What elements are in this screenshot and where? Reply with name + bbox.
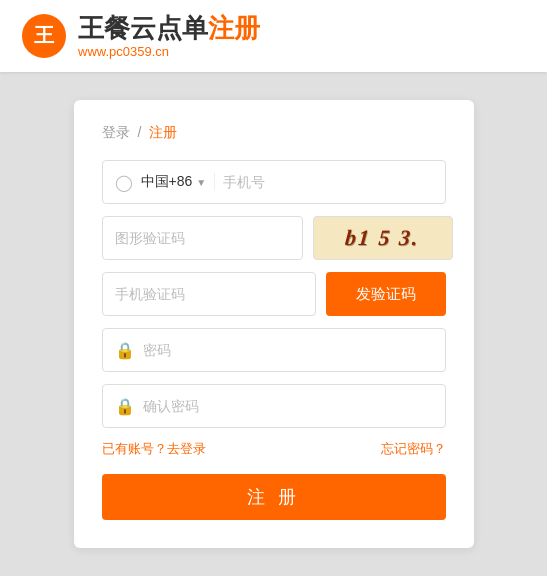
header-title: 王餐云点单注册: [78, 13, 260, 44]
lock-icon: 🔒: [115, 341, 135, 360]
sms-input-row: [102, 272, 316, 316]
svg-text:王: 王: [34, 24, 55, 46]
footer-links: 已有账号？去登录 忘记密码？: [102, 440, 446, 458]
phone-input[interactable]: [223, 174, 432, 190]
captcha-input-wrap: [102, 216, 303, 260]
captcha-display-text: b1 5 3.: [344, 225, 421, 251]
breadcrumb: 登录 / 注册: [102, 124, 446, 142]
password-group: 🔒: [102, 328, 446, 372]
go-login-link[interactable]: 已有账号？去登录: [102, 440, 206, 458]
phone-group: ◯ 中国+86 ▼: [102, 160, 446, 204]
lock-confirm-icon: 🔒: [115, 397, 135, 416]
country-code-label: 中国+86: [141, 173, 193, 191]
confirm-password-input[interactable]: [143, 398, 433, 414]
breadcrumb-register: 注册: [149, 124, 177, 140]
header-text: 王餐云点单注册 www.pc0359.cn: [78, 13, 260, 59]
sms-input[interactable]: [115, 286, 303, 302]
logo-icon: 王: [20, 12, 68, 60]
captcha-image[interactable]: b1 5 3.: [313, 216, 453, 260]
password-input[interactable]: [143, 342, 433, 358]
register-button[interactable]: 注 册: [102, 474, 446, 520]
phone-input-row: ◯ 中国+86 ▼: [102, 160, 446, 204]
captcha-input[interactable]: [115, 230, 290, 246]
sms-input-wrap: [102, 272, 316, 316]
send-code-button[interactable]: 发验证码: [326, 272, 446, 316]
header-title-suffix: 注册: [208, 13, 260, 43]
captcha-group: b1 5 3.: [102, 216, 446, 260]
breadcrumb-login: 登录: [102, 124, 130, 140]
country-selector[interactable]: 中国+86 ▼: [141, 173, 216, 191]
header: 王 王餐云点单注册 www.pc0359.cn: [0, 0, 547, 72]
header-subtitle: www.pc0359.cn: [78, 44, 260, 59]
registration-card: 登录 / 注册 ◯ 中国+86 ▼ b1 5 3.: [74, 100, 474, 548]
header-title-prefix: 王餐云点单: [78, 13, 208, 43]
person-icon: ◯: [115, 173, 133, 192]
confirm-password-group: 🔒: [102, 384, 446, 428]
password-input-row: 🔒: [102, 328, 446, 372]
breadcrumb-divider: /: [137, 124, 141, 140]
captcha-input-row: [102, 216, 303, 260]
sms-group: 发验证码: [102, 272, 446, 316]
chevron-down-icon: ▼: [196, 177, 206, 188]
confirm-password-input-row: 🔒: [102, 384, 446, 428]
forgot-password-link[interactable]: 忘记密码？: [381, 440, 446, 458]
